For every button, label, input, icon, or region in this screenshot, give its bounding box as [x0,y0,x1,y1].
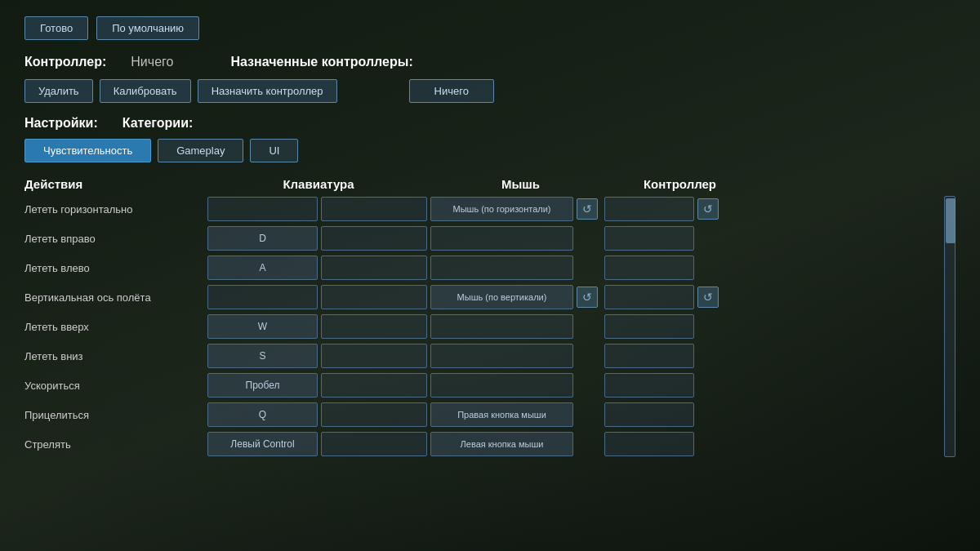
key-binding-1[interactable]: Q [207,402,318,427]
action-name: Лететь вправо [24,233,204,245]
controller-refresh-button[interactable] [697,228,719,249]
key-binding-1[interactable] [207,197,318,221]
controller-binding[interactable] [604,197,694,221]
controller-info-row: Контроллер: Ничего Назначенные контролле… [24,55,956,69]
mouse-binding[interactable]: Мышь (по вертикали) [430,285,573,309]
key-binding-1[interactable] [207,285,318,309]
tab-ui[interactable]: UI [250,139,298,162]
controller-refresh-button[interactable] [697,375,719,396]
mouse-refresh-button[interactable] [577,257,598,278]
mouse-binding[interactable] [430,314,573,339]
mouse-binding[interactable]: Левая кнопка мыши [430,432,573,456]
tab-gameplay[interactable]: Gameplay [158,139,243,162]
key-binding-1[interactable]: Пробел [207,373,318,398]
key-binding-2[interactable] [321,256,427,280]
top-buttons-row: Готово По умолчанию [24,16,956,40]
col-actions: Действия [24,177,204,191]
actions-table: Лететь горизонтальноМышь (по горизонтали… [24,196,956,457]
columns-header: Действия Клавиатура Мышь Контроллер [24,177,956,191]
table-row: Лететь горизонтальноМышь (по горизонтали… [24,196,939,222]
ready-button[interactable]: Готово [24,16,88,40]
key-binding-1[interactable]: Левый Control [207,432,318,456]
controller-refresh-button[interactable] [697,433,719,455]
action-name: Вертикальная ось полёта [24,291,204,304]
mouse-refresh-button[interactable]: ↺ [577,198,598,220]
mouse-refresh-button[interactable] [577,345,598,367]
key-binding-2[interactable] [321,402,427,427]
mouse-binding[interactable]: Мышь (по горизонтали) [430,197,573,221]
mouse-refresh-button[interactable] [577,228,598,249]
mouse-refresh-button[interactable]: ↺ [577,287,598,308]
key-binding-1[interactable]: D [207,226,318,251]
controller-binding[interactable] [604,226,694,251]
assign-controller-button[interactable]: Назначить контроллер [198,79,337,103]
controller-binding[interactable] [604,432,694,456]
calibrate-button[interactable]: Калибровать [100,79,191,103]
action-name: Прицелиться [24,409,204,421]
controller-binding[interactable] [604,256,694,280]
col-keyboard: Клавиатура [204,177,433,191]
mouse-refresh-button[interactable] [577,404,598,425]
table-row: СтрелятьЛевый ControlЛевая кнопка мыши [24,431,939,457]
scrollbar-thumb[interactable] [946,198,956,243]
mouse-binding[interactable] [430,226,573,251]
action-name: Ускориться [24,380,204,392]
key-binding-2[interactable] [321,197,427,221]
mouse-refresh-button[interactable] [577,375,598,396]
controller-binding[interactable] [604,402,694,427]
key-binding-2[interactable] [321,344,427,368]
default-button[interactable]: По умолчанию [96,16,199,40]
mouse-binding[interactable] [430,256,573,280]
table-row: Лететь влевоA [24,255,939,281]
controller-refresh-button[interactable] [697,257,719,278]
mouse-refresh-button[interactable] [577,316,598,337]
remove-button[interactable]: Удалить [24,79,93,103]
action-name: Стрелять [24,438,204,451]
tab-sensitivity[interactable]: Чувствительность [24,139,151,162]
key-binding-2[interactable] [321,432,427,456]
scrollbar-track[interactable] [944,196,956,457]
key-binding-1[interactable]: S [207,344,318,368]
action-name: Лететь влево [24,262,204,274]
controller-refresh-button[interactable]: ↺ [697,198,719,220]
key-binding-2[interactable] [321,226,427,251]
mouse-binding[interactable]: Правая кнопка мыши [430,402,573,427]
controller-value: Ничего [131,55,173,69]
controller-binding[interactable] [604,373,694,398]
table-row: Лететь вверхW [24,313,939,340]
table-row: Лететь внизS [24,343,939,369]
action-name: Лететь горизонтально [24,203,204,216]
category-tabs: Чувствительность Gameplay UI [24,139,956,162]
table-row: ПрицелитьсяQПравая кнопка мыши [24,402,939,428]
table-row: УскоритьсяПробел [24,372,939,398]
table-row: Вертикальная ось полётаМышь (по вертикал… [24,284,939,310]
mouse-binding[interactable] [430,373,573,398]
controller-refresh-button[interactable]: ↺ [697,287,719,308]
mouse-refresh-button[interactable] [577,433,598,455]
controller-binding[interactable] [604,285,694,309]
controller-binding[interactable] [604,314,694,339]
key-binding-1[interactable]: W [207,314,318,339]
assigned-controllers-label: Назначенные контроллеры: [230,55,412,69]
settings-categories-row: Настройки: Категории: [24,116,956,131]
action-name: Лететь вниз [24,350,204,362]
controller-refresh-button[interactable] [697,316,719,337]
key-binding-1[interactable]: A [207,256,318,280]
controller-refresh-button[interactable] [697,404,719,425]
action-name: Лететь вверх [24,321,204,333]
controller-buttons-row: Удалить Калибровать Назначить контроллер… [24,79,956,103]
col-controller: Контроллер [608,177,751,191]
controller-refresh-button[interactable] [697,345,719,367]
table-row: Лететь вправоD [24,225,939,251]
mouse-binding[interactable] [430,344,573,368]
assigned-value: Ничего [409,79,494,103]
categories-label: Категории: [122,116,194,131]
settings-label: Настройки: [24,116,98,131]
col-mouse: Мышь [433,177,608,191]
key-binding-2[interactable] [321,373,427,398]
key-binding-2[interactable] [321,285,427,309]
controller-binding[interactable] [604,344,694,368]
key-binding-2[interactable] [321,314,427,339]
controller-label: Контроллер: [24,55,106,69]
